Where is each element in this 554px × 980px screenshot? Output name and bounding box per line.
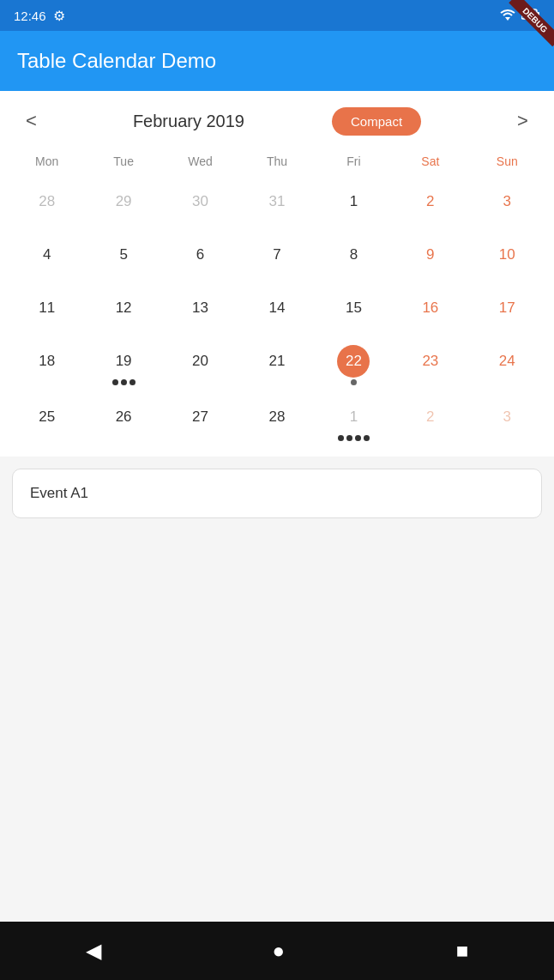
day-3-feb: 3 — [491, 185, 523, 218]
day-10-feb: 10 — [491, 239, 523, 271]
table-row[interactable]: 16 — [392, 283, 468, 336]
day-18-feb: 18 — [31, 345, 63, 378]
day-30-jan: 30 — [184, 185, 217, 218]
table-row[interactable]: 1 — [316, 177, 392, 230]
day-23-feb: 23 — [414, 345, 447, 378]
dow-sun: Sun — [469, 149, 545, 173]
status-bar-right — [499, 9, 540, 23]
event-dots-22 — [351, 379, 357, 385]
event-dots-mar1 — [338, 435, 370, 441]
day-22-feb: 22 — [337, 345, 370, 378]
table-row[interactable]: 19 — [85, 336, 161, 392]
event-dots-19 — [112, 379, 135, 385]
table-row[interactable]: 2 — [392, 177, 468, 230]
dot — [112, 379, 118, 385]
day-25-feb: 25 — [31, 401, 63, 433]
table-row[interactable]: 4 — [9, 230, 85, 283]
table-row[interactable]: 11 — [9, 283, 85, 336]
table-row[interactable]: 10 — [469, 230, 545, 283]
dot — [364, 435, 370, 441]
dow-tue: Tue — [85, 149, 161, 173]
list-item[interactable]: Event A1 — [12, 469, 542, 518]
svg-rect-3 — [538, 12, 540, 16]
day-11-feb: 11 — [31, 292, 63, 324]
battery-icon — [521, 9, 540, 22]
day-29-jan: 29 — [107, 185, 140, 218]
app-bar: Table Calendar Demo — [0, 31, 554, 91]
event-list: Event A1 — [12, 469, 542, 518]
day-13-feb: 13 — [184, 292, 217, 324]
day-14-feb: 14 — [261, 292, 293, 324]
dow-thu: Thu — [238, 149, 315, 173]
table-row[interactable]: 14 — [238, 283, 315, 336]
table-row[interactable]: 30 — [162, 177, 238, 230]
prev-month-button[interactable]: < — [17, 106, 45, 136]
dot — [355, 435, 361, 441]
table-row[interactable]: 7 — [238, 230, 315, 283]
table-row[interactable]: 29 — [85, 177, 161, 230]
gear-icon: ⚙ — [53, 8, 65, 24]
table-row[interactable]: 18 — [9, 336, 85, 392]
table-row[interactable]: 15 — [316, 283, 392, 336]
table-row[interactable]: 13 — [162, 283, 238, 336]
table-row[interactable]: 24 — [469, 336, 545, 392]
day-6-feb: 6 — [184, 239, 217, 271]
dot — [121, 379, 127, 385]
day-2-feb: 2 — [414, 185, 447, 218]
day-7-feb: 7 — [261, 239, 293, 271]
table-row[interactable]: 25 — [9, 392, 85, 448]
day-15-feb: 15 — [337, 292, 370, 324]
bottom-nav: ◀ ● ■ — [0, 922, 554, 980]
table-row[interactable]: 28 — [9, 177, 85, 230]
table-row[interactable]: 31 — [238, 177, 315, 230]
wifi-icon — [499, 9, 516, 23]
compact-button[interactable]: Compact — [332, 107, 421, 136]
home-button[interactable]: ● — [272, 939, 285, 963]
day-of-week-row: Mon Tue Wed Thu Fri Sat Sun — [9, 144, 545, 177]
day-5-feb: 5 — [107, 239, 140, 271]
calendar-container: < February 2019 Compact > Mon Tue Wed Th… — [0, 91, 554, 457]
day-9-feb: 9 — [414, 239, 447, 271]
table-row[interactable]: 12 — [85, 283, 161, 336]
app-bar-title: Table Calendar Demo — [17, 49, 216, 73]
table-row[interactable]: 3 — [469, 177, 545, 230]
table-row[interactable]: 8 — [316, 230, 392, 283]
day-20-feb: 20 — [184, 345, 217, 378]
day-1-mar: 1 — [337, 401, 370, 433]
day-28-jan: 28 — [31, 185, 63, 218]
status-bar-left: 12:46 ⚙ — [14, 8, 65, 24]
day-12-feb: 12 — [107, 292, 140, 324]
table-row[interactable]: 1 — [316, 392, 392, 448]
day-21-feb: 21 — [261, 345, 293, 378]
back-button[interactable]: ◀ — [86, 939, 101, 963]
dow-sat: Sat — [392, 149, 468, 173]
table-row[interactable]: 22 — [316, 336, 392, 392]
table-row[interactable]: 20 — [162, 336, 238, 392]
table-row[interactable]: 17 — [469, 283, 545, 336]
table-row[interactable]: 21 — [238, 336, 315, 392]
dot — [338, 435, 344, 441]
day-28-feb: 28 — [261, 401, 293, 433]
table-row[interactable]: 2 — [392, 392, 468, 448]
status-time: 12:46 — [14, 9, 46, 23]
recents-button[interactable]: ■ — [456, 939, 469, 963]
table-row[interactable]: 3 — [469, 392, 545, 448]
table-row[interactable]: 23 — [392, 336, 468, 392]
svg-rect-2 — [522, 10, 536, 18]
day-4-feb: 4 — [31, 239, 63, 271]
dow-fri: Fri — [316, 149, 392, 173]
day-24-feb: 24 — [491, 345, 523, 378]
table-row[interactable]: 28 — [238, 392, 315, 448]
day-3-mar: 3 — [491, 401, 523, 433]
table-row[interactable]: 5 — [85, 230, 161, 283]
day-26-feb: 26 — [107, 401, 140, 433]
table-row[interactable]: 9 — [392, 230, 468, 283]
table-row[interactable]: 27 — [162, 392, 238, 448]
table-row[interactable]: 26 — [85, 392, 161, 448]
svg-marker-0 — [505, 17, 510, 21]
dot — [351, 379, 357, 385]
day-17-feb: 17 — [491, 292, 523, 324]
next-month-button[interactable]: > — [509, 106, 537, 136]
table-row[interactable]: 6 — [162, 230, 238, 283]
calendar-grid: 28 29 30 31 1 2 3 4 5 6 7 8 9 10 11 12 1… — [9, 177, 545, 448]
